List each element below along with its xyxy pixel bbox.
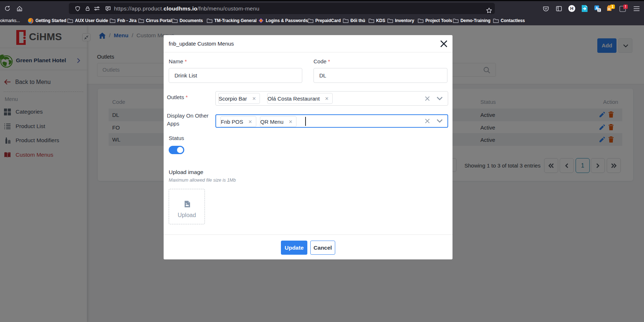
svg-text:1: 1 [611, 5, 614, 9]
svg-text:文: 文 [598, 9, 601, 12]
svg-text:H: H [570, 6, 573, 11]
svg-text:!: ! [625, 4, 626, 8]
